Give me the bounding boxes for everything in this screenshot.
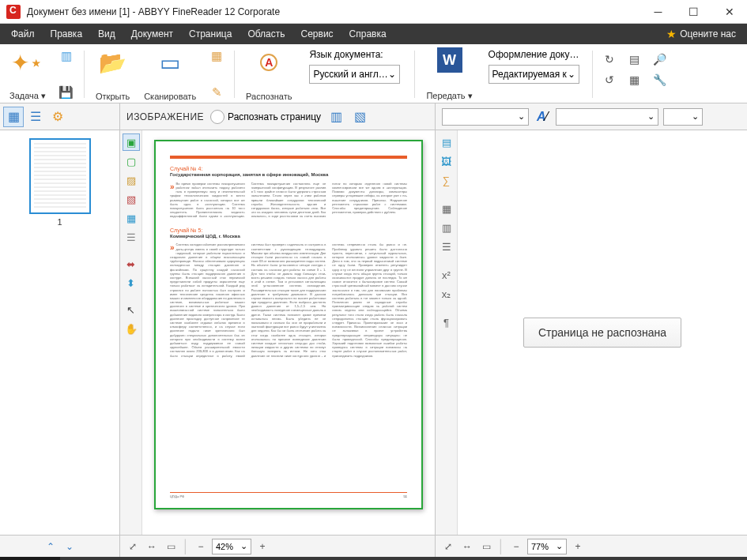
layout-icon[interactable]: ▤ [626, 51, 643, 68]
style-dropdown[interactable]: ⌄ [442, 108, 529, 126]
maximize-button[interactable]: ☐ [676, 0, 711, 24]
app-icon [6, 5, 21, 19]
language-select[interactable]: Русский и англ… ⌄ [309, 65, 400, 84]
recognize-button[interactable]: A Распознать [241, 47, 296, 101]
finder-icon[interactable]: 🔎 [651, 51, 669, 68]
settings-view-button[interactable]: ⚙ [47, 107, 68, 127]
grid-icon[interactable]: ▦ [626, 71, 643, 88]
menu-edit[interactable]: Правка [43, 25, 91, 43]
fit-width-icon[interactable]: ↔ [144, 539, 160, 554]
minimize-button[interactable]: ─ [640, 0, 676, 24]
zoom-in-text-button[interactable]: + [570, 539, 586, 554]
redo-icon[interactable]: ↻ [601, 51, 618, 68]
case5-body: »Система холодоснабжения рассматриваемог… [170, 242, 407, 357]
format-label: Оформление доку… [489, 49, 579, 60]
task-button[interactable]: ✦⋆ Задача ▾ [5, 47, 51, 101]
format-select[interactable]: Редактируемая к ⌄ [489, 65, 579, 84]
case4-title: Государственная корпорация, занятая в сф… [170, 172, 407, 179]
table-border-icon[interactable]: ▦ [438, 200, 455, 217]
table-cell-icon[interactable]: ▥ [438, 219, 455, 236]
save-doc-icon[interactable]: 💾 [58, 84, 75, 101]
status-tab-closeup[interactable]: Крупный план [60, 557, 136, 560]
frame-tool-icon[interactable]: ▣ [123, 133, 140, 151]
status-tab-warnings[interactable]: Предупреждения [135, 557, 224, 560]
thumb-up-button[interactable]: ⌃ [43, 539, 58, 554]
zoom-out-text-button[interactable]: − [508, 539, 524, 554]
vertical-area-icon[interactable]: ⬍ [123, 274, 140, 291]
thumbnail-view-button[interactable]: ▦ [3, 107, 24, 127]
menu-area[interactable]: Область [240, 25, 292, 43]
para-text-icon[interactable]: ▤ [438, 133, 455, 151]
image-zoom-input[interactable]: 42% ⌄ [212, 539, 251, 554]
new-doc-icon[interactable]: ▥ [58, 47, 75, 65]
image-zoom-value: 42% [216, 542, 233, 551]
subscript-icon[interactable]: x₂ [438, 285, 455, 303]
transfer-button[interactable]: W Передать ▾ [421, 47, 477, 101]
image-view[interactable]: Случай № 4: Государственная корпорация, … [142, 130, 435, 535]
image-area-icon[interactable]: ▨ [123, 171, 140, 189]
open-label: Открыть [96, 92, 130, 101]
settings-icon[interactable]: 🔧 [651, 71, 669, 88]
language-value: Русский и англ… [313, 69, 387, 80]
status-tab-pages[interactable]: Страницы [0, 557, 60, 560]
menu-help[interactable]: Справка [341, 25, 394, 43]
open-button[interactable]: 📂 Открыть [91, 47, 134, 101]
recognize-page-label: Распознать страницу [228, 111, 321, 122]
analyze-icon[interactable]: ▥ [327, 108, 345, 126]
image-insert-icon[interactable]: 🖼 [438, 152, 455, 170]
edit-page-icon[interactable]: ✎ [208, 84, 225, 101]
text-fit-page-icon[interactable]: ▭ [478, 539, 494, 554]
menu-service[interactable]: Сервис [293, 25, 341, 43]
sub-toolbar: ▦ ☰ ⚙ ИЗОБРАЖЕНИЕ Распознать страницу ▥ … [0, 103, 747, 130]
chevron-down-icon: ⌄ [692, 111, 699, 122]
list-view-button[interactable]: ☰ [25, 107, 46, 127]
table-row-icon[interactable]: ☰ [438, 238, 455, 255]
scanned-page[interactable]: Случай № 4: Государственная корпорация, … [154, 140, 423, 509]
recognize-page-button[interactable]: Распознать страницу [210, 110, 321, 124]
menu-page[interactable]: Страница [181, 25, 240, 43]
text-area-icon[interactable]: ▢ [123, 152, 140, 170]
zoom-out-image-button[interactable]: − [193, 539, 209, 554]
workspace: 1 ▣ ▢ ▨ ▧ ▦ ☰ ⬌ ⬍ ↖ ✋ Случай № 4: Госуда… [0, 130, 747, 535]
edit-image-icon[interactable]: ▧ [351, 108, 368, 126]
text-fit-width-icon[interactable]: ↔ [459, 539, 475, 554]
thumb-down-button[interactable]: ⌄ [62, 539, 77, 554]
menu-view[interactable]: Вид [90, 25, 123, 43]
pointer-tool-icon[interactable]: ↖ [123, 301, 140, 318]
pilcrow-icon[interactable]: ¶ [438, 314, 455, 331]
scan-button[interactable]: ▭ Сканировать [139, 47, 201, 101]
camera-icon[interactable]: ▦ [208, 47, 225, 65]
bg-image-icon[interactable]: ▧ [123, 190, 140, 208]
text-zoom-input[interactable]: 77% ⌄ [527, 539, 567, 554]
formula-icon[interactable]: ∑ [438, 171, 455, 189]
menu-bar: Файл Правка Вид Документ Страница Област… [0, 24, 747, 44]
rate-us-button[interactable]: ★ Оцените нас [658, 24, 744, 43]
chevron-down-icon: ⌄ [240, 541, 247, 551]
zoom-in-image-button[interactable]: + [255, 539, 270, 554]
fit-screen-icon[interactable]: ⤢ [125, 539, 141, 554]
status-bar: Страницы Крупный план Предупреждения ◁ С… [0, 557, 747, 560]
barcode-area-icon[interactable]: ☰ [123, 228, 140, 246]
table-area-icon[interactable]: ▦ [123, 209, 140, 227]
font-style-button[interactable]: A∕ [534, 108, 551, 126]
view-footer: ⌃ ⌄ ⤢ ↔ ▭ │ − 42% ⌄ + ⤢ ↔ ▭ │ − 77% ⌄ + [0, 535, 747, 557]
scan-label: Сканировать [144, 92, 196, 101]
fit-page-icon[interactable]: ▭ [163, 539, 179, 554]
horizontal-area-icon[interactable]: ⬌ [123, 255, 140, 272]
superscript-icon[interactable]: x² [438, 266, 455, 284]
font-size-dropdown[interactable]: ⌄ [663, 108, 703, 126]
text-tool-strip: ▤ 🖼 ∑ ▦ ▥ ☰ x² x₂ ¶ [436, 130, 458, 535]
case5-title: Коммерческий ЦОД, г. Москва [170, 234, 407, 240]
undo-icon[interactable]: ↺ [601, 71, 618, 88]
menu-document[interactable]: Документ [123, 25, 181, 43]
page-thumbnail-1[interactable] [29, 138, 91, 214]
hand-tool-icon[interactable]: ✋ [123, 320, 140, 337]
wand-icon: ✦⋆ [13, 47, 43, 77]
text-fit-screen-icon[interactable]: ⤢ [440, 539, 456, 554]
title-bar: Документ без имени [1] - ABBYY FineReade… [0, 0, 747, 24]
menu-file[interactable]: Файл [3, 25, 43, 43]
case4-number: Случай № 4: [170, 165, 407, 172]
font-family-dropdown[interactable]: ⌄ [556, 108, 658, 126]
image-panel: ▣ ▢ ▨ ▧ ▦ ☰ ⬌ ⬍ ↖ ✋ Случай № 4: Государс… [120, 130, 436, 535]
close-button[interactable]: ✕ [711, 0, 747, 24]
